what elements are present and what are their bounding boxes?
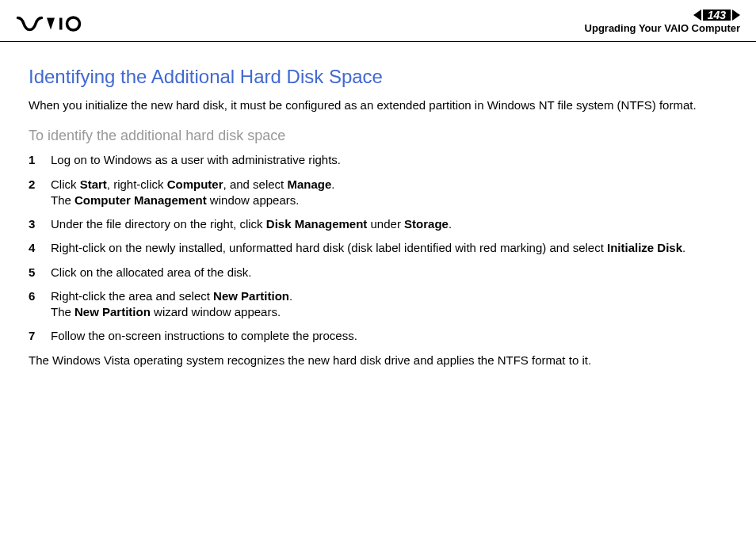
step-text: Log on to Windows as a user with adminis… <box>51 152 727 168</box>
step-number: 2 <box>29 177 51 209</box>
step-item: 7Follow the on-screen instructions to co… <box>29 328 727 344</box>
page-navigation: 143 <box>585 10 740 21</box>
step-item: 6Right-click the area and select New Par… <box>29 288 727 321</box>
step-text: Follow the on-screen instructions to com… <box>51 328 727 344</box>
step-list: 1Log on to Windows as a user with admini… <box>29 152 727 344</box>
section-title: Upgrading Your VAIO Computer <box>585 22 740 34</box>
step-item: 3Under the file directory on the right, … <box>29 216 727 232</box>
next-page-arrow-icon[interactable] <box>732 10 740 21</box>
step-number: 7 <box>29 328 51 344</box>
step-number: 5 <box>29 265 51 280</box>
step-text: Click Start, right-click Computer, and s… <box>51 177 727 209</box>
step-text: Right-click the area and select New Part… <box>51 288 727 321</box>
step-number: 6 <box>29 288 51 321</box>
step-text: Under the file directory on the right, c… <box>51 216 727 232</box>
page-header: 143 Upgrading Your VAIO Computer <box>0 0 756 42</box>
step-text: Right-click on the newly installed, unfo… <box>51 240 727 256</box>
main-heading: Identifying the Additional Hard Disk Spa… <box>29 66 727 88</box>
step-text: Click on the allocated area of the disk. <box>51 265 727 280</box>
page-content: Identifying the Additional Hard Disk Spa… <box>0 42 756 376</box>
step-number: 4 <box>29 240 51 256</box>
sub-heading: To identify the additional hard disk spa… <box>29 128 727 144</box>
svg-point-1 <box>67 17 80 30</box>
page-number: 143 <box>703 10 731 21</box>
closing-paragraph: The Windows Vista operating system recog… <box>29 353 727 368</box>
step-number: 1 <box>29 152 51 168</box>
prev-page-arrow-icon[interactable] <box>693 10 701 21</box>
step-item: 1Log on to Windows as a user with admini… <box>29 152 727 168</box>
step-item: 4Right-click on the newly installed, unf… <box>29 240 727 256</box>
header-right: 143 Upgrading Your VAIO Computer <box>585 10 740 34</box>
step-number: 3 <box>29 216 51 232</box>
step-item: 5Click on the allocated area of the disk… <box>29 265 727 280</box>
intro-paragraph: When you initialize the new hard disk, i… <box>29 97 727 113</box>
vaio-logo <box>16 16 95 35</box>
step-item: 2Click Start, right-click Computer, and … <box>29 177 727 209</box>
svg-rect-0 <box>59 18 63 30</box>
